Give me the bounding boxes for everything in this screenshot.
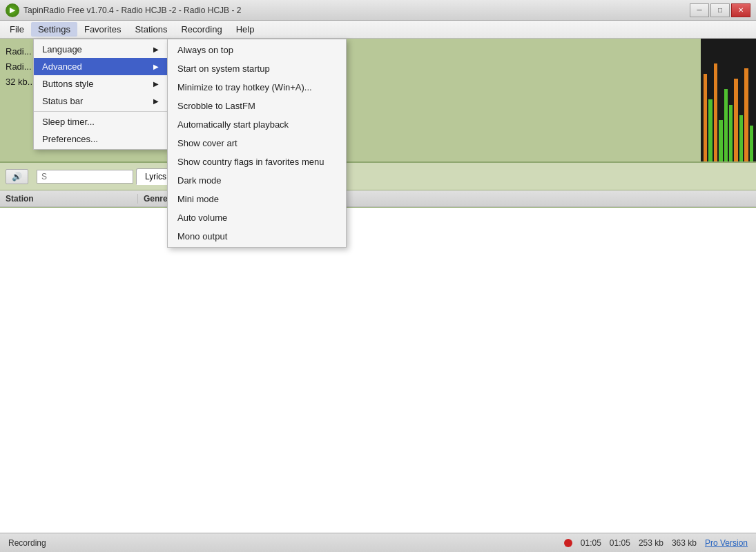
viz-bar <box>719 120 722 161</box>
menu-settings[interactable]: Settings <box>31 22 77 37</box>
adv-mini-mode[interactable]: Mini mode <box>168 190 346 208</box>
menu-separator <box>34 111 167 112</box>
settings-advanced[interactable]: Advanced ▶ <box>34 58 167 75</box>
settings-dropdown: Language ▶ Advanced ▶ Buttons style ▶ St… <box>33 39 168 150</box>
arrow-icon: ▶ <box>153 63 159 70</box>
pro-version-link[interactable]: Pro Version <box>705 538 748 548</box>
column-header-station: Station <box>0 194 138 204</box>
adv-always-on-top[interactable]: Always on top <box>168 41 346 59</box>
station-list-area[interactable] <box>0 207 756 533</box>
viz-bar <box>704 74 707 162</box>
settings-language[interactable]: Language ▶ <box>34 41 167 58</box>
search-input[interactable] <box>37 170 133 184</box>
minimize-button[interactable]: ─ <box>690 3 709 17</box>
close-button[interactable]: ✕ <box>731 3 750 17</box>
status-right: 01:05 01:05 253 kb 363 kb Pro Version <box>564 538 748 548</box>
time-2: 01:05 <box>610 538 630 548</box>
visualizer <box>701 39 756 161</box>
adv-auto-volume[interactable]: Auto volume <box>168 208 346 227</box>
time-1: 01:05 <box>581 538 601 548</box>
adv-mono-output[interactable]: Mono output <box>168 227 346 246</box>
settings-status-bar[interactable]: Status bar ▶ <box>34 92 167 110</box>
menu-bar: File Settings Favorites Stations Recordi… <box>0 21 756 39</box>
adv-show-cover-art[interactable]: Show cover art <box>168 134 346 152</box>
speaker-button[interactable]: 🔊 <box>6 169 28 184</box>
title-bar-left: ▶ TapinRadio Free v1.70.4 - Radio HCJB -… <box>6 3 241 17</box>
recording-dot <box>564 539 572 547</box>
arrow-icon: ▶ <box>153 97 159 105</box>
menu-favorites[interactable]: Favorites <box>77 22 128 37</box>
viz-bars <box>704 58 753 161</box>
viz-bar <box>729 105 733 162</box>
arrow-icon: ▶ <box>153 46 159 53</box>
size-1: 253 kb <box>639 538 663 548</box>
title-bar-buttons: ─ □ ✕ <box>690 3 750 17</box>
menu-file[interactable]: File <box>3 22 31 37</box>
adv-start-on-startup[interactable]: Start on system startup <box>168 59 346 78</box>
menu-stations[interactable]: Stations <box>128 22 174 37</box>
settings-buttons-style[interactable]: Buttons style ▶ <box>34 75 167 92</box>
settings-preferences[interactable]: Preferences... <box>34 130 167 148</box>
status-bar: Recording 01:05 01:05 253 kb 363 kb Pro … <box>0 533 756 552</box>
arrow-icon: ▶ <box>153 80 159 88</box>
advanced-submenu: Always on top Start on system startup Mi… <box>167 39 347 248</box>
adv-show-country-flags[interactable]: Show country flags in favorites menu <box>168 152 346 171</box>
viz-bar <box>724 89 728 161</box>
app-icon: ▶ <box>6 3 19 17</box>
menu-recording[interactable]: Recording <box>174 22 229 37</box>
viz-bar <box>714 63 717 162</box>
viz-bar <box>750 126 753 162</box>
size-2: 363 kb <box>672 538 697 548</box>
viz-bar <box>744 68 748 161</box>
viz-bar <box>734 79 737 161</box>
recording-label: Recording <box>8 538 46 548</box>
adv-auto-start-playback[interactable]: Automatically start playback <box>168 115 346 134</box>
title-bar-title: TapinRadio Free v1.70.4 - Radio HCJB -2 … <box>23 6 241 15</box>
station-list-header: Station Genre <box>0 190 756 207</box>
adv-dark-mode[interactable]: Dark mode <box>168 171 346 190</box>
menu-help[interactable]: Help <box>229 22 262 37</box>
title-bar: ▶ TapinRadio Free v1.70.4 - Radio HCJB -… <box>0 0 756 21</box>
toolbar-area: 🔊 Lyrics <box>0 163 756 190</box>
settings-sleep-timer[interactable]: Sleep timer... <box>34 113 167 130</box>
adv-scrobble-lastfm[interactable]: Scrobble to LastFM <box>168 97 346 115</box>
viz-bar <box>739 115 743 162</box>
maximize-button[interactable]: □ <box>710 3 730 17</box>
viz-bar <box>708 99 712 161</box>
adv-minimize-tray[interactable]: Minimize to tray hotkey (Win+A)... <box>168 78 346 97</box>
